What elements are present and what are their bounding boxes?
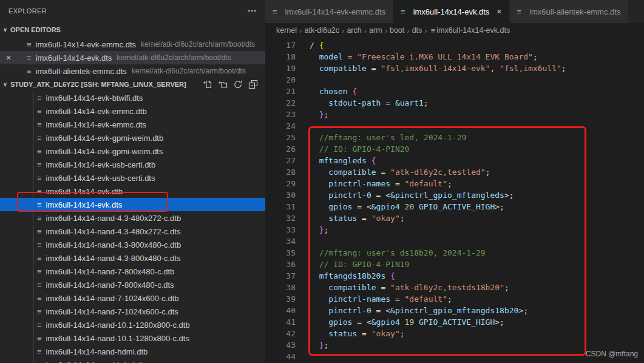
tree-item[interactable]: ≡imx6ull-14x14-nand-4.3-800x480-c.dtb — [0, 238, 265, 251]
close-icon[interactable]: × — [6, 51, 11, 64]
tree-item[interactable]: ≡imx6ull-14x14-evk-usb-certi.dts — [0, 171, 265, 185]
token: ; — [561, 64, 566, 73]
code-line[interactable]: 29 pinctrl-names = "default"; — [265, 178, 644, 189]
new-folder-icon[interactable] — [218, 80, 228, 89]
code-line[interactable]: 20 — [265, 74, 644, 86]
code-text: stdout-path = &uart1; — [296, 97, 429, 109]
dts-file-icon: ≡ — [37, 93, 42, 103]
token: = — [390, 179, 404, 188]
dts-file-icon: ≡ — [273, 7, 277, 16]
more-actions-icon[interactable]: ··· — [248, 8, 257, 14]
new-file-icon[interactable] — [203, 80, 212, 89]
token: = — [390, 294, 404, 304]
code-line[interactable]: 28 compatible = "atk-dl6y2c,testled"; — [265, 166, 644, 178]
line-number: 34 — [265, 236, 296, 247]
tree-item-label: imx6ull-14x14-evk.dtb — [46, 187, 123, 196]
open-editor-item[interactable]: ≡imx6ull-14x14-evk-emmc.dtskernel/atk-dl… — [0, 38, 265, 51]
explorer-title: EXPLORER — [8, 7, 47, 15]
code-line[interactable]: 31 gpios = <&gpio4 20 GPIO_ACTIVE_HIGH>; — [265, 201, 644, 212]
code-line[interactable]: 26 // IO: GPIO-4-PIN20 — [265, 143, 644, 155]
dts-file-icon: ≡ — [37, 160, 42, 169]
breadcrumb-item[interactable]: kernel — [276, 26, 297, 35]
code-line[interactable]: 38 compatible = "atk-dl6y2c,testds18b20"… — [265, 282, 644, 293]
code-text — [296, 351, 310, 362]
token: ; — [424, 98, 429, 107]
tree-item[interactable]: ≡imx6ull-14x14-nand-hdmi.dtb — [0, 345, 265, 358]
open-editor-item[interactable]: ×≡imx6ull-14x14-evk.dtskernel/atk-dl6u2c… — [0, 51, 265, 64]
code-line[interactable]: 32 status = "okay"; — [265, 212, 644, 224]
breadcrumb-item[interactable]: atk-dl6u2c — [304, 26, 339, 35]
breadcrumb-separator-icon: › — [422, 26, 429, 35]
editor-tab[interactable]: ≡imx6ull-alientek-emmc.dts — [510, 0, 629, 23]
watermark: CSDN @mftang — [586, 350, 638, 358]
code-line[interactable]: 42 status = "okay"; — [265, 328, 644, 339]
token: "okay" — [371, 329, 400, 338]
tree-item[interactable]: ≡imx6ull-14x14-nand-4.3-480x272-c.dtb — [0, 211, 265, 225]
workspace-header[interactable]: ∨ STUDY_ATK_DL6Y2C [SSH: MFTANG_LINUX_SE… — [0, 78, 265, 91]
dts-file-icon: ≡ — [37, 334, 42, 343]
token: = < — [371, 191, 390, 200]
code-line[interactable]: 25 //mftang: user's led, 2024-1-29 — [265, 132, 644, 143]
tree-item[interactable]: ≡imx6ull-14x14-nand-7-1024x600-c.dtb — [0, 291, 265, 305]
token — [310, 260, 319, 269]
open-editors-header[interactable]: ∨ OPEN EDITORS — [0, 22, 265, 38]
code-line[interactable]: 18 model = "Freescale i.MX6 ULL 14x14 EV… — [265, 51, 644, 63]
breadcrumb-item[interactable]: boot — [390, 26, 404, 35]
tree-item[interactable]: ≡imx6ull-14x14-nand-10.1-1280x800-c.dtb — [0, 318, 265, 331]
tab-label: imx6ull-14x14-evk.dts — [413, 7, 490, 16]
code-line[interactable]: 21 chosen { — [265, 86, 644, 97]
tree-item-label: imx6ull-14x14-nand-hdmi.dts — [46, 361, 147, 363]
tree-item[interactable]: ≡imx6ull-14x14-nand-7-1024x600-c.dts — [0, 305, 265, 318]
token: //mftang: user's ds18b20, 2024-1-29 — [319, 248, 486, 257]
open-editor-item[interactable]: ≡imx6ull-alientek-emmc.dtskernel/atk-dl6… — [0, 64, 265, 78]
tree-item[interactable]: ≡imx6ull-14x14-nand-10.1-1280x800-c.dts — [0, 331, 265, 345]
tree-item[interactable]: ≡imx6ull-14x14-nand-hdmi.dts — [0, 358, 265, 363]
open-editor-path: kernel/atk-dl6u2c/arch/arm/boot/dts — [141, 40, 255, 49]
code-line[interactable]: 37 mftangds18b20s { — [265, 270, 644, 282]
tree-item[interactable]: ≡imx6ull-14x14-evk-usb-certi.dtb — [0, 158, 265, 171]
breadcrumb-item[interactable]: arch — [347, 26, 361, 35]
code-line[interactable]: 36 // IO: GPIO-4-PIN19 — [265, 259, 644, 270]
breadcrumb-item[interactable]: dts — [412, 26, 422, 35]
tree-item[interactable]: ≡imx6ull-14x14-nand-4.3-480x272-c.dts — [0, 225, 265, 238]
breadcrumb-item[interactable]: imx6ull-14x14-evk.dts — [436, 26, 510, 35]
dts-file-icon: ≡ — [517, 7, 522, 16]
code-line[interactable]: 24 — [265, 120, 644, 132]
tree-item-label: imx6ull-14x14-evk-usb-certi.dts — [46, 174, 155, 183]
code-editor[interactable]: 17/ {18 model = "Freescale i.MX6 ULL 14x… — [265, 38, 644, 363]
code-line[interactable]: 39 pinctrl-names = "default"; — [265, 293, 644, 305]
breadcrumb-item[interactable]: arm — [369, 26, 382, 35]
tree-item[interactable]: ≡imx6ull-14x14-evk-emmc.dts — [0, 118, 265, 131]
token: "atk-dl6y2c,testled" — [390, 168, 486, 177]
token — [310, 144, 319, 154]
code-line[interactable]: 17/ { — [265, 39, 644, 51]
token — [310, 283, 328, 292]
code-line[interactable]: 40 pinctrl-0 = <&pinctrl_gpio_mftangds18… — [265, 305, 644, 316]
code-line[interactable]: 23 }; — [265, 109, 644, 120]
tree-item[interactable]: ≡imx6ull-14x14-evk.dts — [0, 198, 265, 211]
tree-item[interactable]: ≡imx6ull-14x14-evk-gpmi-weim.dtb — [0, 131, 265, 144]
code-line[interactable]: 27 mftangleds { — [265, 155, 644, 166]
code-line[interactable]: 41 gpios = <&gpio4 19 GPIO_ACTIVE_HIGH>; — [265, 316, 644, 328]
code-line[interactable]: 33 }; — [265, 224, 644, 236]
code-line[interactable]: 35 //mftang: user's ds18b20, 2024-1-29 — [265, 247, 644, 259]
close-icon[interactable]: × — [497, 7, 501, 16]
code-line[interactable]: 22 stdout-path = &uart1; — [265, 97, 644, 109]
tree-item[interactable]: ≡imx6ull-14x14-nand-7-800x480-c.dtb — [0, 265, 265, 278]
line-number: 33 — [265, 224, 296, 236]
tree-item[interactable]: ≡imx6ull-14x14-evk-emmc.dtb — [0, 104, 265, 118]
token — [414, 202, 419, 211]
code-line[interactable]: 34 — [265, 236, 644, 247]
collapse-all-icon[interactable] — [248, 80, 258, 89]
tree-item[interactable]: ≡imx6ull-14x14-evk-btwifi.dts — [0, 91, 265, 104]
editor-tab[interactable]: ≡imx6ull-14x14-evk-emmc.dts — [265, 0, 393, 23]
tree-item[interactable]: ≡imx6ull-14x14-evk-gpmi-weim.dts — [0, 144, 265, 158]
tree-item[interactable]: ≡imx6ull-14x14-nand-4.3-800x480-c.dts — [0, 251, 265, 265]
editor-tab[interactable]: ≡imx6ull-14x14-evk.dts× — [393, 0, 510, 23]
refresh-icon[interactable] — [233, 80, 243, 89]
tree-item[interactable]: ≡imx6ull-14x14-evk.dtb — [0, 185, 265, 198]
code-line[interactable]: 19 compatible = "fsl,imx6ull-14x14-evk",… — [265, 63, 644, 74]
code-line[interactable]: 30 pinctrl-0 = <&pinctrl_gpio_mftangleds… — [265, 189, 644, 201]
line-number: 42 — [265, 328, 296, 339]
tree-item[interactable]: ≡imx6ull-14x14-nand-7-800x480-c.dts — [0, 278, 265, 291]
